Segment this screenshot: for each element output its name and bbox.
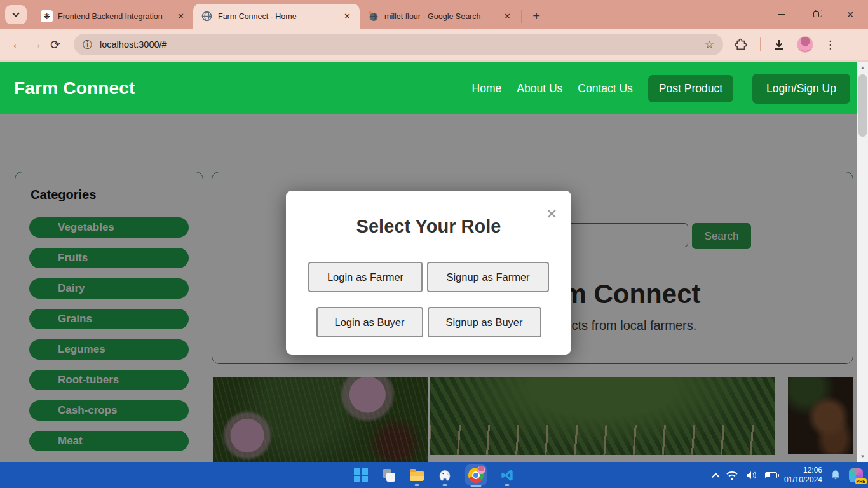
tab-farm-connect-active[interactable]: Farm Connect - Home ✕ — [193, 4, 360, 29]
toolbar-divider — [760, 37, 761, 51]
vscode-button[interactable] — [499, 462, 515, 488]
browser-tab-strip: ❋ Frontend Backend Integration ✕ Farm Co… — [0, 0, 868, 29]
file-explorer-icon — [410, 471, 424, 481]
wifi-icon[interactable] — [726, 470, 738, 480]
file-explorer-button[interactable] — [409, 462, 424, 488]
windows-taskbar: 12:06 01/10/2024 PRE — [0, 462, 868, 488]
copilot-pre-badge: PRE — [855, 478, 867, 484]
window-minimize-button[interactable] — [775, 8, 788, 21]
tab-title: Farm Connect - Home — [218, 12, 336, 21]
volume-icon[interactable] — [745, 470, 758, 480]
reload-button[interactable]: ⟳ — [46, 37, 65, 52]
tab-google-search[interactable]: millet flour - Google Search ✕ — [360, 4, 520, 29]
post-product-button[interactable]: Post Product — [648, 75, 733, 102]
url-text[interactable]: localhost:3000/# — [100, 39, 705, 50]
address-bar[interactable]: ⓘ localhost:3000/# ☆ — [74, 34, 723, 55]
select-role-modal: ✕ Select Your Role Login as Farmer Signu… — [286, 191, 571, 355]
chatgpt-favicon-icon: ❋ — [41, 10, 53, 22]
running-indicator — [505, 484, 510, 486]
tab-title: millet flour - Google Search — [384, 12, 496, 21]
tab-title: Frontend Backend Integration — [58, 12, 170, 21]
running-indicator — [443, 484, 447, 486]
system-tray: 12:06 01/10/2024 PRE — [713, 462, 863, 488]
scrollbar-thumb[interactable] — [858, 74, 867, 137]
postgresql-icon — [437, 468, 452, 483]
browser-menu-icon[interactable]: ⋮ — [825, 38, 836, 51]
modal-button-row: Login as Farmer Signup as Farmer — [286, 262, 571, 292]
login-as-farmer-button[interactable]: Login as Farmer — [308, 262, 423, 292]
postgresql-button[interactable] — [437, 462, 452, 488]
window-controls: ✕ — [775, 0, 862, 29]
bookmark-star-icon[interactable]: ☆ — [705, 38, 714, 51]
chrome-profile-badge — [477, 466, 485, 474]
new-tab-button[interactable]: + — [528, 9, 545, 24]
minimize-icon — [778, 14, 785, 15]
downloads-icon[interactable] — [773, 38, 785, 51]
site-header: Farm Connect Home About Us Contact Us Po… — [0, 62, 868, 114]
modal-close-icon[interactable]: ✕ — [546, 207, 557, 220]
site-info-icon[interactable]: ⓘ — [83, 39, 92, 51]
taskbar-center — [353, 462, 515, 488]
running-indicator — [415, 484, 419, 486]
screen: ❋ Frontend Backend Integration ✕ Farm Co… — [0, 0, 868, 488]
task-view-button[interactable] — [381, 462, 397, 488]
tab-frontend-backend[interactable]: ❋ Frontend Backend Integration ✕ — [33, 4, 193, 29]
notification-bell-icon[interactable] — [829, 469, 842, 482]
windows-start-icon — [354, 468, 368, 482]
login-signup-button[interactable]: Login/Sign Up — [752, 74, 850, 104]
toolbar-right: ⋮ — [735, 36, 839, 53]
nav-contact-link[interactable]: Contact Us — [578, 82, 633, 95]
profile-avatar[interactable] — [797, 36, 813, 53]
forward-button[interactable]: → — [27, 37, 46, 51]
tab-divider — [521, 10, 522, 23]
nav-home-link[interactable]: Home — [472, 82, 502, 95]
battery-icon[interactable] — [765, 472, 777, 478]
tray-chevron-up-icon[interactable] — [712, 473, 720, 481]
start-button[interactable] — [353, 462, 369, 488]
brand-logo[interactable]: Farm Connect — [14, 78, 135, 98]
globe-badge-favicon-icon — [367, 10, 379, 22]
tray-date: 01/10/2024 — [784, 475, 822, 485]
nav-about-link[interactable]: About Us — [517, 82, 562, 95]
globe-favicon-icon — [201, 10, 213, 22]
chrome-taskbar-button[interactable] — [465, 464, 487, 485]
tab-close-icon[interactable]: ✕ — [341, 11, 353, 21]
restore-icon — [813, 11, 819, 17]
clock[interactable]: 12:06 01/10/2024 — [784, 466, 822, 485]
signup-as-buyer-button[interactable]: Signup as Buyer — [428, 307, 541, 337]
back-button[interactable]: ← — [8, 37, 27, 51]
tabs-container: ❋ Frontend Backend Integration ✕ Farm Co… — [33, 0, 545, 29]
scroll-down-icon[interactable]: ▼ — [857, 451, 868, 462]
site-nav: Home About Us Contact Us Post Product Lo… — [472, 74, 850, 104]
window-close-button[interactable]: ✕ — [844, 8, 857, 21]
modal-title: Select Your Role — [286, 216, 571, 237]
tray-time: 12:06 — [784, 466, 822, 475]
chrome-icon — [468, 468, 484, 483]
chevron-down-icon — [12, 10, 19, 17]
browser-toolbar: ← → ⟳ ⓘ localhost:3000/# ☆ ⋮ — [0, 29, 868, 62]
login-as-buyer-button[interactable]: Login as Buyer — [316, 307, 423, 337]
tab-close-icon[interactable]: ✕ — [501, 11, 513, 21]
tab-close-icon[interactable]: ✕ — [175, 11, 187, 21]
task-view-icon — [383, 469, 395, 482]
modal-button-row: Login as Buyer Signup as Buyer — [286, 307, 571, 337]
copilot-icon[interactable]: PRE — [849, 468, 863, 482]
active-app-indicator — [471, 485, 482, 487]
signup-as-farmer-button[interactable]: Signup as Farmer — [427, 262, 549, 292]
window-restore-button[interactable] — [810, 8, 822, 21]
vscode-icon — [500, 468, 514, 482]
extensions-icon[interactable] — [735, 37, 749, 51]
scroll-up-icon[interactable]: ▲ — [857, 62, 868, 73]
page-scrollbar[interactable]: ▲ ▼ — [857, 62, 868, 462]
tab-search-button[interactable] — [5, 5, 27, 24]
